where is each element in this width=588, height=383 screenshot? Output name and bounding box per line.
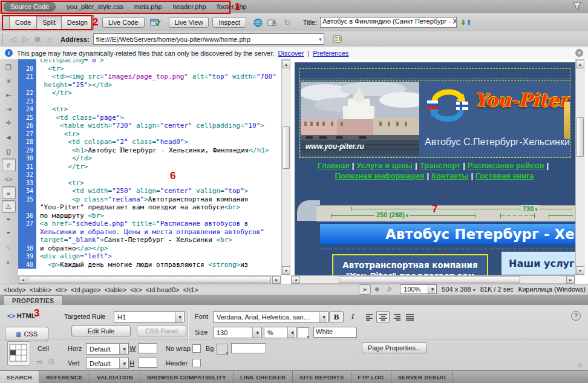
table-width-bar[interactable]: 730 250 (288) — [316, 205, 575, 221]
nav-link[interactable]: Контакты — [431, 171, 468, 180]
results-tab-ftp-log[interactable]: FTP LOG — [351, 371, 391, 383]
close-info-bar-icon[interactable]: ✕ — [575, 49, 583, 57]
window-size-indicator[interactable]: 504 x 388 ▾ — [442, 286, 475, 293]
split-cell-icon[interactable]: ⎅ — [48, 358, 54, 366]
css-panel-button[interactable]: CSS Panel — [137, 326, 186, 336]
source-code-button[interactable]: Source Code — [4, 2, 56, 11]
word-wrap-icon[interactable]: ≡ — [2, 186, 16, 199]
italic-button[interactable]: I — [346, 311, 359, 322]
filter-related-files-icon[interactable] — [572, 2, 582, 10]
vert-select[interactable]: Default — [86, 358, 129, 369]
code-line[interactable]: height="25"></td> — [18, 81, 281, 90]
code-line[interactable]: 30 </td> — [18, 154, 281, 163]
nowrap-checkbox[interactable] — [192, 344, 201, 353]
code-line[interactable]: "You-Piter" предлагает вам поездки на ав… — [18, 203, 281, 212]
results-tab-browser-compatibility[interactable]: BROWSER COMPATIBILITY — [140, 371, 234, 383]
results-tab-reference[interactable]: REFERENCE — [39, 371, 90, 383]
related-file-tab[interactable]: footer.php — [217, 3, 247, 10]
code-view[interactable]: cellspacing="0">20 <tr>21 <td><img src="… — [18, 59, 281, 275]
html-mode-button[interactable]: <>HTML — [7, 312, 35, 319]
preview-in-browser-icon[interactable] — [251, 16, 266, 29]
column-width-menu[interactable]: 250 (288) — [374, 211, 410, 218]
page-properties-button[interactable]: Page Properties... — [362, 342, 427, 353]
code-line[interactable]: 36по маршруту <br> — [18, 212, 281, 220]
promo-box[interactable]: Автотранспортная компания "You-Piter" пр… — [332, 254, 488, 275]
back-icon[interactable]: ◁ — [7, 34, 19, 45]
tag-selector-item[interactable]: <tr> — [55, 286, 67, 293]
nav-link[interactable]: Транспорт — [420, 161, 461, 170]
document-title-input[interactable]: Автобус в Финляндию (Санкт Петербург - Х… — [320, 17, 457, 28]
forward-icon[interactable]: ▷ — [19, 34, 31, 45]
h-field[interactable] — [138, 358, 157, 368]
select-parent-tag-icon[interactable]: ◄ — [2, 131, 16, 143]
code-line[interactable]: 32 — [18, 171, 281, 179]
preferences-link[interactable]: Preferences — [313, 50, 348, 57]
nav-link[interactable]: Полезная информация — [335, 171, 424, 180]
header-checkbox[interactable] — [192, 359, 201, 367]
help-icon[interactable]: ? — [571, 311, 581, 321]
stop-icon[interactable]: ⊗ — [31, 34, 44, 45]
tag-selector-item[interactable]: <table> — [30, 286, 52, 293]
services-heading-box[interactable]: Наши услуги — [501, 252, 575, 275]
code-line[interactable]: 29 <h1>Автобус Петербург - Хельсинки, Фи… — [18, 146, 281, 155]
code-line[interactable]: 38и обратно</a></p> — [18, 244, 281, 253]
view-button-code[interactable]: Code — [9, 15, 37, 30]
code-line[interactable]: 24 <tr> — [18, 105, 281, 114]
targeted-rule-select[interactable]: H1 — [114, 311, 185, 322]
code-scrollbar-vertical[interactable]: ▲ ▼ — [281, 59, 290, 275]
address-input[interactable]: file:///E|/WebServers/home/you-piter/www… — [93, 33, 324, 45]
apply-comment-icon[interactable]: ❝ — [2, 214, 16, 227]
live-view-button[interactable]: Live View — [169, 17, 209, 28]
code-line[interactable]: 28 <td colspan="2" class="head0"> — [18, 138, 281, 146]
site-header-banner[interactable]: You-Piter Автобус С.Петербург-Хельсинки … — [299, 80, 570, 158]
horz-select[interactable]: Default — [86, 343, 129, 355]
toolbar-drag-handle[interactable] — [2, 16, 5, 29]
syntax-error-alerts-icon[interactable]: ⚠ — [2, 200, 16, 213]
remove-comment-icon[interactable]: ❞ — [2, 228, 16, 241]
view-button-design[interactable]: Design — [61, 15, 94, 30]
code-line[interactable]: 21 <td><img src="images/page_top.png" al… — [18, 73, 281, 81]
merge-cells-icon[interactable]: ▭ — [36, 358, 42, 366]
code-line[interactable]: Хельсинки и обратно. Цены и места отправ… — [18, 228, 281, 237]
table-width-menu[interactable]: 730 — [521, 205, 540, 212]
nav-link[interactable]: Услуги и цены — [356, 161, 413, 170]
expand-all-icon[interactable]: ✛ — [2, 117, 16, 129]
select-tool-icon[interactable]: ➤ — [359, 284, 371, 295]
home-icon[interactable]: ⌂ — [44, 34, 56, 45]
align-right-icon[interactable] — [390, 311, 403, 323]
design-table-row-outline[interactable] — [299, 68, 570, 79]
results-tab-search[interactable]: SEARCH — [0, 371, 39, 383]
collapse-selection-icon[interactable]: ⇥ — [2, 103, 16, 116]
related-file-tab[interactable]: meta.php — [134, 3, 162, 10]
code-line[interactable]: 33 <tr> — [18, 179, 281, 188]
text-color-swatch[interactable] — [298, 327, 309, 338]
code-line[interactable]: 25 <td class="page"> — [18, 114, 281, 122]
bg-field[interactable] — [231, 343, 266, 353]
code-line[interactable]: 35 <p class="reclama">Автотранспортная к… — [18, 195, 281, 204]
related-file-tab[interactable]: you_piter_style.css — [67, 3, 123, 10]
results-tab-server-debug[interactable]: SERVER DEBUG — [391, 371, 453, 383]
bold-button[interactable]: B — [329, 311, 344, 323]
code-line[interactable]: target="_blank">Санкт-Петербург - Хельси… — [18, 236, 281, 244]
code-navigator-icon[interactable]: ✳ — [2, 75, 16, 88]
highlight-invalid-code-icon[interactable]: <> — [2, 172, 16, 185]
code-line[interactable]: 34 <td width="250" align="center" valign… — [18, 187, 281, 195]
more-options-icon[interactable]: » — [2, 255, 15, 269]
code-line[interactable]: 40 <p>Каждый день многие люди отправляют… — [18, 261, 281, 269]
results-tab-validation[interactable]: VALIDATION — [90, 371, 140, 383]
tag-selector-item[interactable]: <td.head0> — [146, 286, 180, 293]
balance-braces-icon[interactable]: {} — [2, 145, 16, 157]
align-center-icon[interactable] — [376, 311, 390, 323]
live-code-button[interactable]: Live Code — [102, 17, 145, 28]
nav-link[interactable]: Главная — [318, 161, 350, 170]
nav-link[interactable]: Расписание рейсов — [468, 161, 544, 170]
code-line[interactable]: 27 <tr> — [18, 130, 281, 139]
code-line[interactable]: 37<a href="schedule.php" title="Расписан… — [18, 220, 281, 228]
collapse-panel-icon[interactable]: △ — [578, 362, 582, 368]
format-source-code-icon[interactable]: ✎ — [2, 242, 16, 255]
results-tab-link-checker[interactable]: LINK CHECKER — [234, 371, 293, 383]
code-line[interactable]: 22 </tr> — [18, 89, 281, 97]
design-scrollbar-horizontal[interactable]: ◄ ► — [291, 275, 575, 284]
design-scrollbar-vertical[interactable]: ▲ ▼ — [575, 59, 584, 275]
tag-selector-item[interactable]: <h1> — [183, 286, 198, 293]
